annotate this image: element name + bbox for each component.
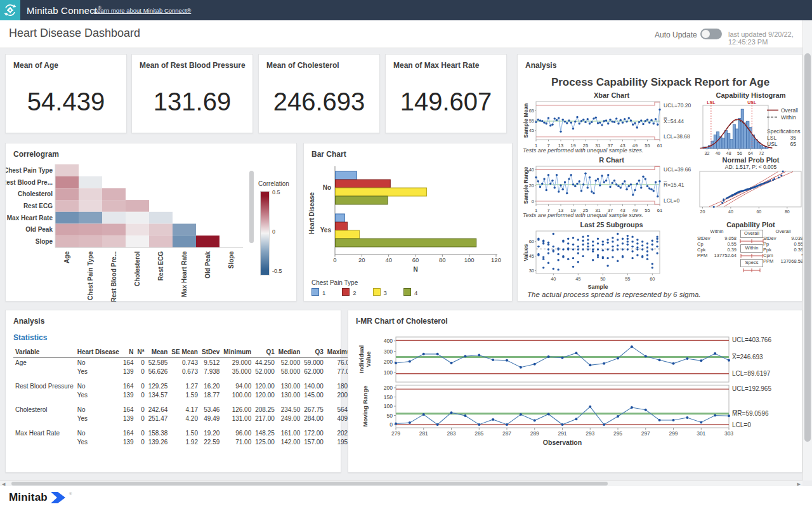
normal-prob-plot: 20406080 xyxy=(698,170,803,220)
svg-text:Old Peak: Old Peak xyxy=(204,251,211,279)
column-header: Mean xyxy=(147,347,170,358)
cap-within-header: Within xyxy=(697,228,737,234)
svg-text:Sample: Sample xyxy=(587,284,608,290)
column-header: Variable xyxy=(13,347,75,358)
svg-text:Cholesterol: Cholesterol xyxy=(134,251,141,286)
auto-update-toggle[interactable] xyxy=(700,29,722,39)
svg-text:65: 65 xyxy=(529,108,534,114)
table-row: CholesterolNo1640242.644.1753.46126.0020… xyxy=(13,405,358,414)
column-header: StDev xyxy=(200,347,221,358)
svg-text:Rest ECG: Rest ECG xyxy=(157,251,164,281)
svg-text:X̿=54.44: X̿=54.44 xyxy=(664,117,684,124)
horizontal-scrollbar[interactable]: ◀ ▶ xyxy=(0,480,802,486)
auto-update-label: Auto Update xyxy=(655,30,697,39)
svg-text:Sample Mean: Sample Mean xyxy=(523,103,529,138)
kpi-label: Mean of Cholesterol xyxy=(266,61,339,70)
svg-text:100: 100 xyxy=(464,256,475,263)
column-header: N xyxy=(121,347,136,358)
kpi-label: Mean of Max Heart Rate xyxy=(393,61,479,70)
svg-text:50: 50 xyxy=(600,276,605,282)
kpi-value: 246.693 xyxy=(259,88,379,116)
kpi-value: 54.439 xyxy=(6,88,126,116)
xbar-chart-title: Xbar Chart xyxy=(523,91,700,99)
svg-text:Cholesterol: Cholesterol xyxy=(18,190,53,197)
cap-box-within: Within xyxy=(740,244,763,253)
svg-text:100: 100 xyxy=(384,403,393,409)
horizontal-scrollbar-thumb[interactable] xyxy=(11,482,608,486)
svg-text:60: 60 xyxy=(412,256,419,263)
bar-chart: 020406080100120NoYesNHeart Disease xyxy=(304,160,513,278)
svg-text:60: 60 xyxy=(756,209,761,214)
svg-text:80: 80 xyxy=(785,209,790,214)
svg-text:45: 45 xyxy=(529,128,534,133)
svg-text:USL: USL xyxy=(747,100,757,105)
svg-text:61: 61 xyxy=(657,208,662,213)
specifications-title: Specifications xyxy=(767,128,800,135)
svg-text:55: 55 xyxy=(645,208,650,213)
legend-swatch xyxy=(373,288,381,296)
svg-text:Individual: Individual xyxy=(358,345,365,373)
cap-stat-row: PPM137752.64 xyxy=(697,253,737,258)
page-title: Heart Disease Dashboard xyxy=(9,27,140,40)
statistics-link: Statistics xyxy=(13,333,47,342)
capability-plot-title: Capability Plot xyxy=(698,221,803,228)
svg-text:32: 32 xyxy=(705,151,710,155)
svg-text:UCL=192.965: UCL=192.965 xyxy=(732,385,771,392)
table-row: AgeNo164052.5850.7439.51229.00044.25052.… xyxy=(13,358,358,367)
svg-text:60: 60 xyxy=(650,276,655,282)
kpi-card-mean-max-hr: Mean of Max Heart Rate 149.607 xyxy=(385,54,507,133)
vertical-scrollbar-thumb[interactable] xyxy=(804,53,811,442)
legend-swatch xyxy=(403,288,411,296)
correlogram-scrollbar[interactable] xyxy=(249,171,254,243)
svg-text:LCL=38.68: LCL=38.68 xyxy=(664,133,690,140)
cap-box-overall: Overall xyxy=(740,230,763,238)
cap-stat-row: Cp0.55 xyxy=(697,241,737,247)
svg-text:Slope: Slope xyxy=(36,238,53,245)
svg-text:20: 20 xyxy=(700,209,705,214)
table-row: Yes1390251.474.2049.49131.00217.00249.00… xyxy=(13,414,358,423)
legend-item: 1 xyxy=(311,288,325,296)
imr-chart-panel: I-MR Chart of Cholesterol 100200300400UC… xyxy=(348,310,802,473)
r-chart-title: R Chart xyxy=(523,156,700,164)
kpi-label: Mean of Age xyxy=(13,61,58,70)
sixpack-analysis-panel: Analysis Process Capability Sixpack Repo… xyxy=(517,54,802,301)
svg-text:291: 291 xyxy=(558,430,566,437)
svg-text:No: No xyxy=(323,184,331,191)
kpi-card-mean-age: Mean of Age 54.439 xyxy=(5,54,127,133)
svg-text:287: 287 xyxy=(502,430,511,437)
bar-chart-panel: Bar Chart 020406080100120NoYesNHeart Dis… xyxy=(303,143,513,301)
svg-text:303: 303 xyxy=(724,430,733,437)
cap-stat-row: Cpk0.39 xyxy=(697,247,737,253)
svg-text:LCL=89.6197: LCL=89.6197 xyxy=(732,370,771,377)
learn-more-link[interactable]: Learn more about Minitab Connect® xyxy=(94,0,191,20)
svg-text:279: 279 xyxy=(391,430,400,437)
correlogram-heatmap: Chest Pain TypeRest Blood Pre...Choleste… xyxy=(6,143,298,302)
svg-text:150: 150 xyxy=(384,394,393,400)
sixpack-report-title: Process Capability Sixpack Report for Ag… xyxy=(518,76,803,89)
r-chart: 0204017131925313743495561Sample RangeUCL… xyxy=(523,164,702,218)
last25-chart: 3045604045505560SampleValues xyxy=(523,227,689,291)
bar-chart-title: Bar Chart xyxy=(311,150,346,159)
legend-swatch xyxy=(311,288,319,296)
table-row: Yes1390134.571.5918.77100.00120.00130.00… xyxy=(13,390,358,399)
r-note: Tests are performed with unequal sample … xyxy=(523,212,643,218)
legend-item: 3 xyxy=(373,288,387,296)
svg-text:LCL=0: LCL=0 xyxy=(664,197,680,204)
svg-text:50: 50 xyxy=(387,413,393,419)
svg-text:Observation: Observation xyxy=(543,439,582,446)
svg-text:20: 20 xyxy=(358,256,365,263)
svg-text:100: 100 xyxy=(384,369,393,376)
kpi-value: 149.607 xyxy=(386,88,506,116)
svg-text:30: 30 xyxy=(529,268,534,274)
column-header: Minimum xyxy=(221,347,253,358)
legend-swatch xyxy=(342,288,350,296)
sixsigma-note: The actual process spread is represented… xyxy=(527,291,701,298)
cap-stat-row: StDev9.039 xyxy=(763,235,803,241)
svg-text:Age: Age xyxy=(63,251,70,263)
vertical-scrollbar[interactable] xyxy=(802,20,812,480)
imr-chart: 100200300400UCL=403.766X̅=246.693LCL=89.… xyxy=(348,328,803,455)
legend-within-label: Within xyxy=(781,114,796,121)
statistics-table: VariableHeart DiseaseNN*MeanSE MeanStDev… xyxy=(13,347,334,446)
minitab-connect-logo[interactable] xyxy=(0,0,20,20)
xbar-chart: 45556517131925313743495561Sample MeanUCL… xyxy=(523,99,702,154)
